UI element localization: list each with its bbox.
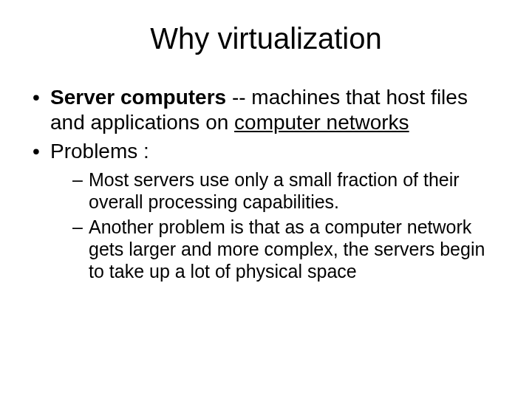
bullet-list: Server computers -- machines that host f…	[30, 85, 502, 282]
bullet-server-computers: Server computers -- machines that host f…	[30, 85, 502, 134]
link-computer-networks: computer networks	[234, 111, 409, 134]
slide-title: Why virtualization	[30, 22, 502, 55]
slide: Why virtualization Server computers -- m…	[0, 0, 532, 399]
term-server-computers: Server computers	[50, 86, 226, 109]
bullet-problems: Problems : Most servers use only a small…	[30, 139, 502, 282]
sub-bullet-list: Most servers use only a small fraction o…	[50, 168, 502, 282]
text-problems: Problems :	[50, 140, 149, 163]
sub-bullet-fraction: Most servers use only a small fraction o…	[72, 168, 502, 213]
sub-bullet-space: Another problem is that as a computer ne…	[72, 216, 502, 282]
